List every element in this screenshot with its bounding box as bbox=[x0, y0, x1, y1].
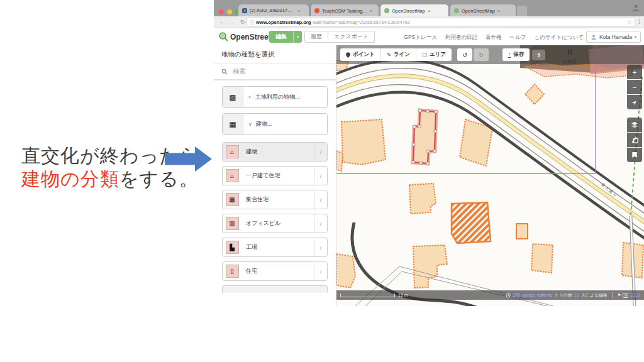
geolocate-icon: ➤ bbox=[631, 98, 638, 106]
preset-apartments[interactable]: ▦ 集合住宅 i bbox=[222, 190, 328, 209]
line-button[interactable]: ✎ ライン bbox=[381, 48, 416, 61]
preset-label: 工場 bbox=[242, 243, 314, 251]
hatched-building bbox=[452, 202, 491, 243]
annotation-line2: 建物の分類をする。 bbox=[21, 167, 199, 192]
browser-menu-icon[interactable]: ⋮ bbox=[636, 18, 642, 25]
preset-label: 集合住宅 bbox=[242, 195, 314, 204]
facebook-icon: f bbox=[242, 8, 247, 13]
search-input[interactable]: 検索 bbox=[214, 63, 336, 80]
landuse-icon: ▩ bbox=[223, 87, 243, 107]
preset-label: 建物 bbox=[242, 148, 314, 156]
preset-detached-house[interactable]: ⌂ 一戸建て住宅 i bbox=[222, 166, 328, 185]
edit-dropdown-caret[interactable]: ▾ bbox=[293, 31, 302, 43]
translate-icon[interactable]: A bbox=[623, 293, 628, 298]
info-button[interactable]: i bbox=[314, 262, 327, 280]
minimize-window-icon[interactable] bbox=[227, 9, 232, 14]
user-menu[interactable]: Kota Hamada ▾ bbox=[586, 31, 641, 43]
redo-button[interactable]: ↻ bbox=[474, 48, 489, 61]
house-icon: ⌂ bbox=[226, 169, 239, 182]
map-graphics: 水神苑 bbox=[336, 45, 644, 306]
category-label: 建物... bbox=[256, 120, 272, 128]
category-landuse[interactable]: ▩ > 土地利用の地物... bbox=[222, 86, 328, 108]
point-button[interactable]: ポイント bbox=[340, 48, 381, 61]
editor-user-links[interactable]: U20, yones, caffeine bbox=[513, 293, 553, 297]
profile-icon[interactable] bbox=[631, 3, 640, 12]
info-button[interactable]: i bbox=[314, 190, 327, 209]
help-button[interactable] bbox=[627, 148, 642, 162]
preset-building[interactable]: ⌂ 建物 i bbox=[222, 142, 328, 162]
selected-building[interactable] bbox=[412, 109, 437, 165]
nav-help[interactable]: ヘルプ bbox=[510, 34, 526, 41]
new-tab-button[interactable] bbox=[517, 6, 527, 16]
close-tab-icon[interactable]: × bbox=[428, 9, 430, 13]
undo-button[interactable]: ↺ bbox=[457, 48, 472, 61]
history-button[interactable]: 履歴 bbox=[304, 31, 328, 43]
tab-label: (2) AGU_SIS2017空間情報スレ.. bbox=[250, 8, 295, 14]
nav-gps-traces[interactable]: GPSトレース bbox=[404, 34, 437, 41]
annotation-red-text: 建物の分類 bbox=[21, 168, 119, 189]
sidebar-title: 地物の種類を選択 bbox=[214, 45, 336, 63]
map-data-button[interactable] bbox=[627, 133, 642, 147]
reload-icon[interactable]: ↻ bbox=[240, 19, 245, 25]
info-button[interactable]: i bbox=[314, 238, 327, 256]
point-icon bbox=[346, 52, 350, 58]
preset-label: 住宅 bbox=[242, 267, 314, 275]
report-flag-icon[interactable]: ⚑ bbox=[617, 293, 621, 298]
scale-line bbox=[340, 293, 395, 297]
geolocate-button[interactable]: ➤ bbox=[627, 95, 642, 109]
nav-copyright[interactable]: 著作権 bbox=[486, 34, 502, 41]
building-icon: ⌂ bbox=[226, 145, 239, 158]
close-tab-icon[interactable]: × bbox=[297, 9, 300, 13]
status-text: とその他 bbox=[554, 292, 572, 299]
scale-bar: 15 m bbox=[340, 293, 408, 297]
area-button[interactable]: ▢ エリア bbox=[416, 48, 452, 61]
preset-residential[interactable]: ▯ 住宅 i bbox=[222, 261, 328, 281]
preset-sidebar: 地物の種類を選択 検索 ▩ > 土地利用の地物... ▦ ∨ 建物... bbox=[214, 45, 336, 306]
category-building[interactable]: ▦ ∨ 建物... bbox=[222, 113, 328, 135]
url-input[interactable]: ⓘ www.openstreetmap.org /edit?editor=id&… bbox=[247, 18, 635, 27]
zoom-out-button[interactable]: − bbox=[627, 80, 642, 94]
map-controls: + − ➤ bbox=[627, 65, 642, 163]
osm-logo-icon[interactable] bbox=[218, 31, 229, 42]
edit-button[interactable]: 編集 bbox=[269, 31, 293, 43]
info-button[interactable]: i bbox=[314, 143, 327, 161]
export-button[interactable]: エクスポート bbox=[328, 31, 375, 43]
url-bar-row: ← → ↻ ⓘ www.openstreetmap.org /edit?edit… bbox=[214, 16, 644, 28]
forward-icon[interactable]: → bbox=[230, 19, 235, 25]
close-window-icon[interactable] bbox=[219, 9, 224, 14]
zoom-in-button[interactable]: + bbox=[627, 65, 642, 79]
bookmark-star-icon[interactable]: ☆ bbox=[628, 19, 632, 25]
url-host: www.openstreetmap.org bbox=[256, 19, 311, 25]
avatar-icon bbox=[591, 34, 597, 40]
osm-header-nav: GPSトレース 利用者の日記 著作権 ヘルプ このサイトについて bbox=[404, 34, 584, 41]
version-link[interactable]: 2.2.2 bbox=[630, 293, 640, 297]
close-tab-icon[interactable]: × bbox=[370, 9, 372, 13]
preset-partial[interactable] bbox=[222, 285, 328, 293]
map-data-icon bbox=[631, 136, 638, 143]
help-book-icon bbox=[631, 151, 638, 158]
background-settings-button[interactable] bbox=[627, 118, 642, 132]
back-icon[interactable]: ← bbox=[219, 19, 225, 25]
preset-factory[interactable]: ▙ 工場 i bbox=[222, 238, 328, 257]
nav-about[interactable]: このサイトについて bbox=[535, 34, 584, 41]
page-info-icon[interactable]: ⓘ bbox=[250, 19, 254, 26]
tab-teachosm[interactable]: TeachOSM Tasking Manager× bbox=[310, 4, 379, 17]
preset-office-building[interactable]: ▥ オフィスビル i bbox=[222, 214, 328, 233]
info-button[interactable]: i bbox=[314, 214, 327, 233]
info-button[interactable]: i bbox=[314, 167, 327, 185]
more-editors-link[interactable]: 10 bbox=[574, 293, 579, 297]
category-label: 土地利用の地物... bbox=[255, 93, 300, 101]
map-canvas[interactable]: 水神苑 bbox=[336, 45, 644, 306]
office-icon: ▥ bbox=[226, 217, 239, 230]
area-icon: ▢ bbox=[422, 52, 427, 58]
search-icon bbox=[221, 69, 228, 75]
osm-icon bbox=[454, 8, 459, 13]
tab-openstreetmap-active[interactable]: OpenStreetMap× bbox=[380, 4, 449, 17]
nav-user-diaries[interactable]: 利用者の日記 bbox=[445, 34, 477, 41]
save-button[interactable]: ↑ 保存 bbox=[502, 48, 530, 61]
tab-openstreetmap-2[interactable]: OpenStreetMap× bbox=[450, 4, 516, 17]
save-count-badge: 5 bbox=[532, 50, 545, 60]
tab-facebook[interactable]: f(2) AGU_SIS2017空間情報スレ..× bbox=[238, 4, 309, 17]
edit-toolbar: ポイント ✎ ライン ▢ エリア ↺ ↻ ↑ bbox=[336, 45, 644, 64]
close-tab-icon[interactable]: × bbox=[497, 9, 500, 13]
